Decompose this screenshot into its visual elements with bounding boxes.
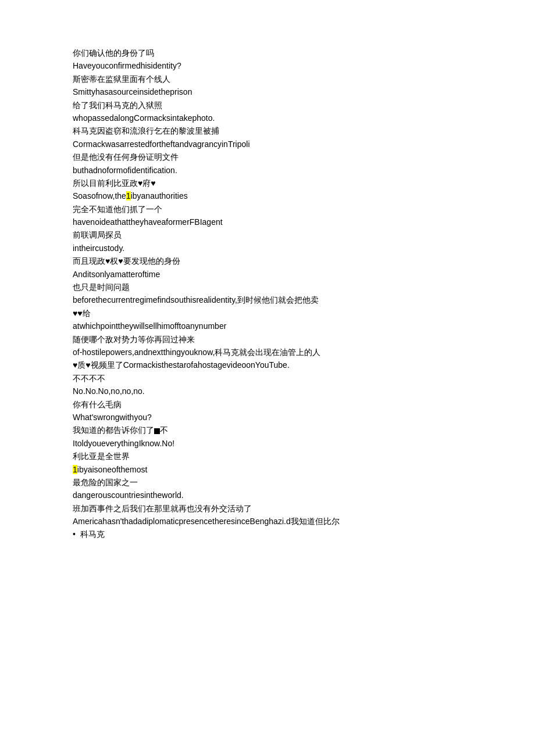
- line-zh-19: 班加西事件之后我们在那里就再也没有外交活动了: [73, 502, 500, 515]
- black-square-icon: [154, 428, 160, 434]
- highlight-2: 1: [73, 465, 77, 474]
- line-zh-15: 你有什么毛病: [73, 398, 500, 411]
- line-en-6: Soasofnow,the1ibyanauthorities: [73, 189, 500, 202]
- bullet-text: 科马克: [80, 528, 105, 540]
- line-zh-8: 前联调局探员: [73, 228, 500, 241]
- line-en-16: ItoldyoueverythingIknow.No!: [73, 437, 500, 450]
- line-zh-7: 完全不知道他们抓了一个: [73, 203, 500, 216]
- line-en-11: atwhichpointtheywillsellhimofftoanynumbe…: [73, 320, 500, 332]
- line-en-19: Americahasn'thadadiplomaticpresencethere…: [73, 515, 500, 528]
- line-zh-17: 利比亚是全世界: [73, 450, 500, 463]
- line-zh-3: 给了我们科马克的入狱照: [73, 99, 500, 112]
- line-zh-1: 你们确认他的身份了吗: [73, 46, 500, 59]
- line-zh-12: 随便哪个敌对势力等你再回过神来: [73, 333, 500, 346]
- line-zh-11: ♥♥给: [73, 307, 500, 320]
- line-zh-5: 但是他没有任何身份证明文件: [73, 151, 500, 163]
- line-en-5: buthadnoformofidentification.: [73, 164, 500, 177]
- line-en-18: dangerouscountriesintheworld.: [73, 489, 500, 501]
- line-zh-13: ♥质♥视频里了Cormackisthestarofahostagevideoon…: [73, 359, 500, 371]
- line-en-9: Anditsonlyamatteroftime: [73, 268, 500, 281]
- line-zh-16: 我知道的都告诉你们了不: [73, 424, 500, 436]
- line-en-7: havenoideathattheyhaveaformerFBIagent: [73, 216, 500, 228]
- bullet-dot: •: [73, 528, 76, 540]
- line-zh-14: 不不不不: [73, 372, 500, 385]
- line-zh-10: 也只是时间问题: [73, 281, 500, 293]
- line-en-3: whopassedalongCormacksintakephoto.: [73, 112, 500, 124]
- line-zh-4: 科马克因盗窃和流浪行乞在的黎波里被捕: [73, 124, 500, 137]
- line-en-2: Smittyhasasourceinsidetheprison: [73, 85, 500, 98]
- line-en-14: No.No.No,no,no,no.: [73, 385, 500, 397]
- line-en-15: What'swrongwithyou?: [73, 411, 500, 424]
- bullet-line-1: • 科马克: [73, 528, 500, 540]
- line-en-8: intheircustody.: [73, 242, 500, 255]
- line-zh-6: 所以目前利比亚政♥府♥: [73, 177, 500, 189]
- line-zh-18: 最危险的国家之一: [73, 476, 500, 489]
- main-content: 你们确认他的身份了吗 Haveyouconfirmedhisidentity? …: [73, 46, 500, 541]
- line-en-4: CormackwasarrestedfortheftandvagrancyinT…: [73, 138, 500, 151]
- highlight-1: 1: [126, 191, 131, 200]
- line-en-1: Haveyouconfirmedhisidentity?: [73, 59, 500, 72]
- line-en-12: of-hostilepowers,andnextthingyouknow,科马克…: [73, 346, 500, 359]
- line-en-17: 1ibyaisoneofthemost: [73, 463, 500, 476]
- line-zh-9: 而且现政♥权♥要发现他的身份: [73, 255, 500, 267]
- line-zh-2: 斯密蒂在监狱里面有个线人: [73, 73, 500, 85]
- line-en-10: beforethecurrentregimefindsouthisrealide…: [73, 293, 500, 306]
